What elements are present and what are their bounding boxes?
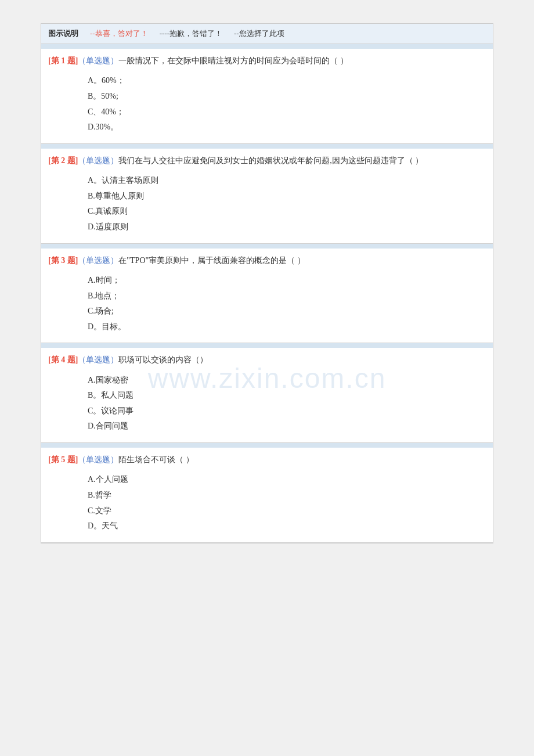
options-container-4: A.国家秘密B。私人问题C。议论同事D.合同问题 (41, 370, 493, 442)
question-block-1: [第 1 题]（单选题）一般情况下，在交际中眼睛注视对方的时间应为会晤时间的（ … (41, 49, 493, 144)
option-2-2[interactable]: B.尊重他人原则 (88, 189, 486, 204)
question-header-2: [第 2 题]（单选题）我们在与人交往中应避免问及到女士的婚姻状况或年龄问题,因… (41, 149, 493, 171)
legend-selected: --您选择了此项 (234, 28, 284, 39)
legend-wrong: ----抱歉，答错了！ (160, 28, 222, 39)
option-1-4[interactable]: D.30%。 (88, 120, 486, 135)
questions-container: [第 1 题]（单选题）一般情况下，在交际中眼睛注视对方的时间应为会晤时间的（ … (41, 49, 493, 543)
options-container-3: A.时间；B.地点；C.场合;D。目标。 (41, 271, 493, 343)
option-2-4[interactable]: D.适度原则 (88, 219, 486, 235)
option-1-3[interactable]: C、40%； (88, 105, 486, 120)
spacer-top (41, 44, 493, 49)
question-header-3: [第 3 题]（单选题）在"TPO"审美原则中，属于线面兼容的概念的是（ ） (41, 249, 493, 271)
option-4-2[interactable]: B。私人问题 (88, 388, 486, 404)
question-number-4: [第 4 题] (48, 355, 78, 364)
question-block-4: [第 4 题]（单选题）职场可以交谈的内容（）A.国家秘密B。私人问题C。议论同… (41, 348, 493, 443)
option-5-2[interactable]: B.哲学 (88, 488, 486, 503)
option-4-4[interactable]: D.合同问题 (88, 419, 486, 434)
question-block-3: [第 3 题]（单选题）在"TPO"审美原则中，属于线面兼容的概念的是（ ）A.… (41, 249, 493, 344)
main-container: 图示说明 --恭喜，答对了！ ----抱歉，答错了！ --您选择了此项 [第 1… (41, 23, 493, 543)
legend-correct: --恭喜，答对了！ (90, 28, 148, 39)
option-5-4[interactable]: D。天气 (88, 519, 486, 534)
legend-title: 图示说明 (48, 28, 78, 39)
question-type-2: （单选题） (78, 156, 118, 165)
option-1-1[interactable]: A。60%； (88, 73, 486, 89)
question-type-5: （单选题） (78, 455, 118, 464)
question-number-3: [第 3 题] (48, 256, 78, 265)
option-4-3[interactable]: C。议论同事 (88, 404, 486, 419)
option-2-3[interactable]: C.真诚原则 (88, 204, 486, 219)
question-number-1: [第 1 题] (48, 56, 78, 65)
options-container-5: A.个人问题B.哲学C.文学D。天气 (41, 470, 493, 542)
option-4-1[interactable]: A.国家秘密 (88, 373, 486, 388)
option-5-3[interactable]: C.文学 (88, 503, 486, 519)
option-1-2[interactable]: B。50%; (88, 89, 486, 105)
option-3-3[interactable]: C.场合; (88, 304, 486, 319)
spacer-between-4 (41, 443, 493, 448)
question-type-4: （单选题） (78, 355, 118, 364)
spacer-between-1 (41, 144, 493, 149)
question-header-5: [第 5 题]（单选题）陌生场合不可谈（ ） (41, 448, 493, 470)
question-header-1: [第 1 题]（单选题）一般情况下，在交际中眼睛注视对方的时间应为会晤时间的（ … (41, 49, 493, 71)
options-container-1: A。60%；B。50%;C、40%；D.30%。 (41, 71, 493, 143)
question-type-3: （单选题） (78, 256, 118, 265)
question-number-5: [第 5 题] (48, 455, 78, 464)
option-3-1[interactable]: A.时间； (88, 273, 486, 289)
question-header-4: [第 4 题]（单选题）职场可以交谈的内容（） (41, 348, 493, 370)
option-3-2[interactable]: B.地点； (88, 289, 486, 304)
spacer-between-2 (41, 244, 493, 249)
option-5-1[interactable]: A.个人问题 (88, 472, 486, 488)
question-number-2: [第 2 题] (48, 156, 78, 165)
spacer-between-3 (41, 343, 493, 348)
question-type-1: （单选题） (78, 56, 118, 65)
question-block-2: [第 2 题]（单选题）我们在与人交往中应避免问及到女士的婚姻状况或年龄问题,因… (41, 149, 493, 244)
option-3-4[interactable]: D。目标。 (88, 319, 486, 335)
option-2-1[interactable]: A。认清主客场原则 (88, 173, 486, 189)
options-container-2: A。认清主客场原则B.尊重他人原则C.真诚原则D.适度原则 (41, 171, 493, 243)
question-block-5: [第 5 题]（单选题）陌生场合不可谈（ ）A.个人问题B.哲学C.文学D。天气 (41, 448, 493, 543)
legend-bar: 图示说明 --恭喜，答对了！ ----抱歉，答错了！ --您选择了此项 (41, 24, 493, 44)
